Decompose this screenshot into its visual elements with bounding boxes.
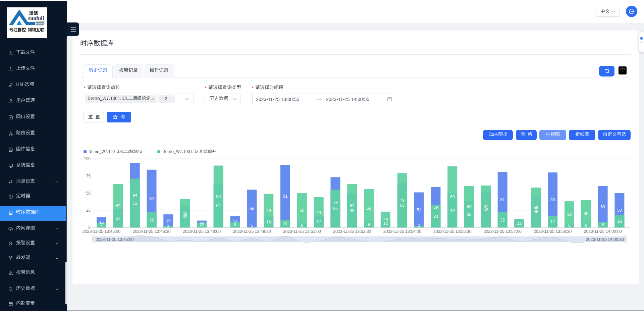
svg-text:44: 44 <box>316 210 321 215</box>
svg-text:2023-11-25 13:48:00: 2023-11-25 13:48:00 <box>183 229 221 234</box>
svg-text:2: 2 <box>418 223 420 228</box>
svg-text:27: 27 <box>116 216 120 221</box>
svg-text:49: 49 <box>350 208 355 213</box>
svg-text:71: 71 <box>132 201 137 206</box>
svg-text:33: 33 <box>433 214 438 219</box>
svg-text:6: 6 <box>585 223 587 228</box>
svg-text:6: 6 <box>301 223 303 228</box>
svg-text:61: 61 <box>484 204 488 209</box>
svg-text:2023-11-25 13:45:00: 2023-11-25 13:45:00 <box>83 229 120 234</box>
svg-text:2023-11-25 14:00:00: 2023-11-25 14:00:00 <box>584 229 622 234</box>
svg-text:55: 55 <box>250 206 254 211</box>
svg-text:100: 100 <box>84 156 91 161</box>
svg-text:49: 49 <box>450 208 455 213</box>
svg-text:2023-11-25 13:52:30: 2023-11-25 13:52:30 <box>333 229 371 234</box>
svg-text:18: 18 <box>617 219 622 224</box>
svg-text:94: 94 <box>132 193 137 198</box>
svg-text:50: 50 <box>86 191 91 196</box>
svg-text:38: 38 <box>467 212 472 217</box>
svg-text:89: 89 <box>450 195 455 199</box>
svg-text:12: 12 <box>517 221 522 226</box>
svg-text:17: 17 <box>550 219 555 224</box>
svg-text:59: 59 <box>433 205 438 210</box>
svg-text:55: 55 <box>333 206 338 211</box>
svg-text:84: 84 <box>149 196 154 201</box>
svg-text:56: 56 <box>367 206 371 211</box>
svg-text:41: 41 <box>183 211 187 216</box>
svg-text:8: 8 <box>602 222 604 227</box>
svg-text:58: 58 <box>534 205 538 210</box>
svg-text:8: 8 <box>234 222 236 227</box>
svg-text:sunfull: sunfull <box>28 15 44 21</box>
svg-text:22: 22 <box>500 218 505 222</box>
svg-text:9: 9 <box>368 222 370 227</box>
svg-text:46: 46 <box>534 209 538 214</box>
svg-text:11: 11 <box>283 221 287 226</box>
svg-text:50: 50 <box>300 208 304 213</box>
svg-text:22: 22 <box>149 218 154 222</box>
svg-text:2023-11-25 13:45:00: 2023-11-25 13:45:00 <box>96 237 133 242</box>
svg-text:73: 73 <box>333 200 338 205</box>
svg-text:2023-11-25 13:55:30: 2023-11-25 13:55:30 <box>433 229 471 234</box>
svg-text:91: 91 <box>283 194 288 199</box>
svg-text:51: 51 <box>417 208 421 212</box>
svg-text:80: 80 <box>550 198 555 202</box>
svg-text:75: 75 <box>86 174 91 178</box>
svg-text:60: 60 <box>600 205 605 209</box>
svg-text:5: 5 <box>568 223 571 228</box>
svg-text:63: 63 <box>116 204 120 208</box>
svg-text:1: 1 <box>251 223 253 228</box>
svg-text:50: 50 <box>617 208 622 213</box>
svg-text:2023-11-25 14:00:30: 2023-11-25 14:00:30 <box>586 237 624 242</box>
svg-text:2: 2 <box>167 223 169 228</box>
svg-text:60: 60 <box>467 205 472 209</box>
svg-text:2023-11-25 13:51:00: 2023-11-25 13:51:00 <box>283 229 321 234</box>
svg-text:19: 19 <box>166 219 171 223</box>
svg-text:2023-11-25 13:57:00: 2023-11-25 13:57:00 <box>484 229 522 234</box>
svg-text:16: 16 <box>266 220 271 224</box>
svg-text:2023-11-25 13:58:30: 2023-11-25 13:58:30 <box>534 229 572 234</box>
svg-text:90: 90 <box>216 194 221 199</box>
svg-text:23: 23 <box>383 217 388 222</box>
svg-text:2023-11-25 13:54:00: 2023-11-25 13:54:00 <box>383 229 421 234</box>
svg-text:25: 25 <box>86 208 91 213</box>
svg-text:81: 81 <box>500 197 505 202</box>
svg-text:49: 49 <box>266 208 271 213</box>
svg-text:17: 17 <box>316 219 321 224</box>
svg-text:2023-11-25 13:49:30: 2023-11-25 13:49:30 <box>233 229 271 234</box>
svg-text:79: 79 <box>400 198 405 203</box>
svg-text:65: 65 <box>400 203 405 208</box>
svg-text:38: 38 <box>567 212 572 217</box>
svg-text:7: 7 <box>201 223 203 227</box>
svg-text:2023-11-25 13:46:30: 2023-11-25 13:46:30 <box>132 229 170 234</box>
svg-text:40: 40 <box>584 211 588 216</box>
svg-text:63: 63 <box>350 204 355 208</box>
svg-text:7: 7 <box>100 223 103 227</box>
svg-text:64: 64 <box>216 203 221 208</box>
